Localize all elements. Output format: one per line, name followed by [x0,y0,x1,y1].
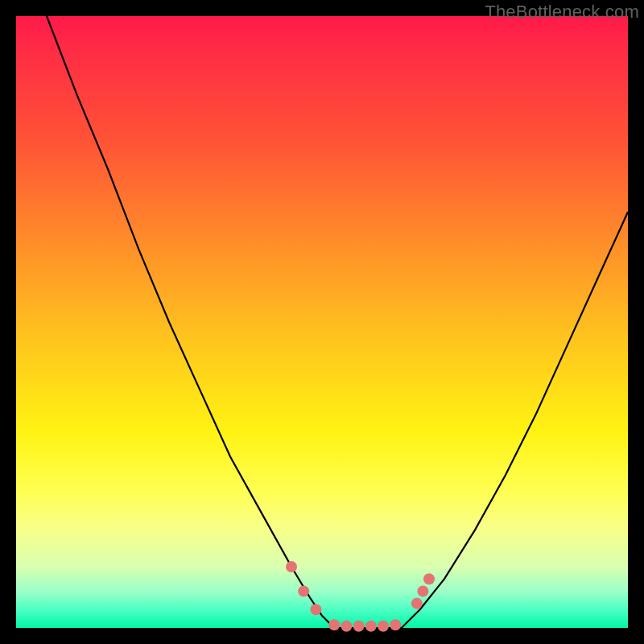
highlight-dot [365,621,377,632]
curve-path [47,16,628,628]
watermark-text: TheBottleneck.com [485,2,639,23]
highlight-dot [411,598,423,609]
highlight-dot [298,585,309,597]
highlight-dot [390,619,401,630]
highlight-dot [328,619,340,630]
highlight-dot [353,621,365,632]
highlight-dot [417,585,428,597]
highlight-dot [341,621,352,632]
marker-group [286,561,435,632]
highlight-dot [378,621,389,632]
highlight-dot [286,561,297,572]
chart-frame: TheBottleneck.com [0,0,644,644]
bottleneck-curve-svg [16,16,628,628]
highlight-dot [310,604,321,615]
highlight-dot [423,573,435,584]
